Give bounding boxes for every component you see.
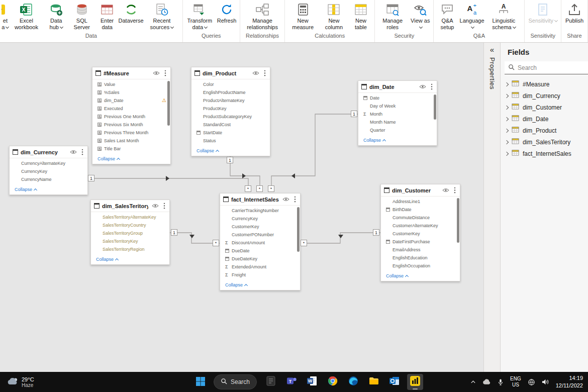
table-card-dim-date[interactable]: dim_DateDateDay of WeekΣMonthMonth NameQ… xyxy=(358,80,437,146)
table-field[interactable]: CommuteDistance xyxy=(381,214,460,222)
taskbar-search[interactable]: Search xyxy=(214,374,257,389)
table-card-header[interactable]: fact_InternetSales xyxy=(220,193,300,206)
fields-list-item-dim-salesteritory[interactable]: dim_SalesTeritory xyxy=(501,136,588,148)
table-field[interactable]: BirthDate xyxy=(381,206,460,214)
taskbar-app-chrome[interactable] xyxy=(325,374,341,390)
fields-search-box[interactable] xyxy=(505,61,588,74)
ribbon-button-dataverse[interactable]: Dataverse xyxy=(119,0,143,24)
table-field[interactable]: Color xyxy=(191,80,270,88)
microphone-icon[interactable] xyxy=(498,378,504,386)
collapse-pane-chevrons-icon[interactable]: « xyxy=(490,46,494,53)
collapse-link[interactable]: Collapse xyxy=(381,271,460,281)
table-field[interactable]: CustomerAlternateKey xyxy=(381,222,460,230)
hidden-icons-chevron-icon[interactable] xyxy=(470,380,476,384)
collapse-link[interactable]: Collapse xyxy=(220,280,300,290)
more-options-icon[interactable] xyxy=(80,149,84,155)
table-card-measure[interactable]: #MeasureValue%Salesdim_Date⚠ExecutedPrev… xyxy=(92,67,171,164)
language-indicator[interactable]: ENG US xyxy=(510,376,521,388)
table-field[interactable]: ProductKey xyxy=(191,105,270,113)
table-field[interactable]: AddressLine1 xyxy=(381,198,460,206)
table-field[interactable]: SalesTerritoryCountry xyxy=(91,221,169,229)
table-card-fact-internetsales[interactable]: fact_InternetSalesCarrierTrackingNumberC… xyxy=(220,193,301,290)
ribbon-button-qa-setup[interactable]: Q&A setup xyxy=(435,0,459,31)
taskbar-app-edge[interactable] xyxy=(345,374,361,390)
fields-list-item-dim-product[interactable]: dim_Product xyxy=(501,125,588,136)
taskbar-app-notepad[interactable] xyxy=(263,374,279,390)
table-field[interactable]: Quarter xyxy=(358,126,437,134)
table-field[interactable]: ΣExtendedAmount xyxy=(220,263,300,271)
table-card-dim-product[interactable]: dim_ProductColorEnglishProductNameProduc… xyxy=(191,67,270,156)
table-field[interactable]: CurrencyKey xyxy=(10,167,87,175)
table-card-header[interactable]: #Measure xyxy=(92,67,170,79)
collapse-link[interactable]: Collapse xyxy=(92,154,170,164)
table-field[interactable]: SalesTerritoryAlternateKey xyxy=(91,213,169,221)
more-options-icon[interactable] xyxy=(293,196,297,203)
network-icon[interactable] xyxy=(528,378,535,386)
table-field[interactable]: dim_Date⚠ xyxy=(92,96,170,105)
table-card-dim-salesteritory[interactable]: dim_SalesTeritorySalesTerritoryAlternate… xyxy=(90,200,170,265)
fields-list-item-dim-customer[interactable]: dim_Customer xyxy=(501,102,588,113)
more-options-icon[interactable] xyxy=(430,83,434,90)
ribbon-button-new-measure[interactable]: New measure xyxy=(286,0,319,31)
table-field[interactable]: EnglishOccupation xyxy=(381,262,460,270)
table-field[interactable]: CustomerKey xyxy=(381,230,460,238)
volume-icon[interactable] xyxy=(542,378,549,385)
table-field[interactable]: SalesTerritoryRegion xyxy=(91,245,169,253)
ribbon-button-manage-roles[interactable]: Manage roles xyxy=(376,0,409,31)
table-field[interactable]: Value xyxy=(92,80,170,88)
more-options-icon[interactable] xyxy=(163,70,167,76)
visibility-eye-icon[interactable] xyxy=(69,150,78,154)
table-field[interactable]: CurrencyAlternateKey xyxy=(10,159,87,167)
ribbon-button-get-data[interactable]: et a xyxy=(2,0,9,31)
ribbon-button-data-hub[interactable]: Data hub xyxy=(44,0,68,31)
visibility-eye-icon[interactable] xyxy=(251,71,260,75)
table-field[interactable]: ΣFreight xyxy=(220,271,300,279)
ribbon-button-enter-data[interactable]: Enter data xyxy=(95,0,119,31)
table-field[interactable]: DueDate xyxy=(220,247,300,255)
table-field[interactable]: DateFirstPurchase xyxy=(381,238,460,246)
ribbon-button-refresh[interactable]: Refresh xyxy=(215,0,238,24)
table-field[interactable]: Previous One Month xyxy=(92,113,170,121)
fields-list-item-dim-currency[interactable]: dim_Currency xyxy=(501,90,588,102)
ribbon-button-publish[interactable]: Publish xyxy=(563,0,586,24)
table-field[interactable]: Sales Last Month xyxy=(92,137,170,145)
table-field[interactable]: EmailAddress xyxy=(381,246,460,254)
table-scrollbar[interactable] xyxy=(167,81,170,126)
ribbon-button-transform-data[interactable]: Transform data xyxy=(184,0,216,31)
taskbar-weather-widget[interactable]: 29°C Haze xyxy=(2,372,39,392)
collapse-link[interactable]: Collapse xyxy=(10,184,87,194)
relationship-line-dim-date-fact-internetsales[interactable] xyxy=(271,114,358,192)
fields-list-item-dim-date[interactable]: dim_Date xyxy=(501,113,588,125)
table-field[interactable]: CurrencyName xyxy=(10,175,87,183)
table-field[interactable]: Previous Six Month xyxy=(92,121,170,129)
table-field[interactable]: %Sales xyxy=(92,88,170,96)
ribbon-button-view-as[interactable]: View as xyxy=(409,0,432,31)
visibility-eye-icon[interactable] xyxy=(441,188,450,192)
more-options-icon[interactable] xyxy=(453,187,457,193)
taskbar-app-file-explorer[interactable] xyxy=(366,374,382,390)
table-card-header[interactable]: dim_Customer xyxy=(381,184,460,197)
collapse-link[interactable]: Collapse xyxy=(91,254,169,264)
table-field[interactable]: Day of Week xyxy=(358,102,437,110)
table-card-dim-customer[interactable]: dim_CustomerAddressLine1BirthDateCommute… xyxy=(380,184,460,281)
fields-list-item-measure[interactable]: #Measure xyxy=(501,78,588,90)
onedrive-cloud-icon[interactable] xyxy=(482,379,491,385)
properties-pane-collapsed[interactable]: « Properties xyxy=(483,43,501,372)
ribbon-button-recent-sources[interactable]: Recent sources xyxy=(143,0,180,31)
more-options-icon[interactable] xyxy=(263,70,267,76)
more-options-icon[interactable] xyxy=(162,203,166,209)
ribbon-button-language[interactable]: AaLanguage xyxy=(459,0,485,31)
table-field[interactable]: StandardCost xyxy=(191,121,270,129)
taskbar-app-outlook[interactable] xyxy=(386,374,403,390)
table-field[interactable]: ProductAlternateKey xyxy=(191,96,270,105)
table-field[interactable]: Date xyxy=(358,94,437,102)
table-field[interactable]: DueDateKey xyxy=(220,255,300,263)
visibility-eye-icon[interactable] xyxy=(152,71,161,75)
ribbon-button-manage-relationships[interactable]: Manage relationships xyxy=(243,0,281,31)
taskbar-app-power-bi[interactable] xyxy=(407,374,423,390)
table-field[interactable]: ΣDiscountAmount xyxy=(220,239,300,247)
clock[interactable]: 14:19 12/11/2022 xyxy=(556,374,583,389)
table-scrollbar[interactable] xyxy=(297,207,300,252)
table-field[interactable]: EnglishEducation xyxy=(381,254,460,262)
table-field[interactable]: Month Name xyxy=(358,118,437,126)
